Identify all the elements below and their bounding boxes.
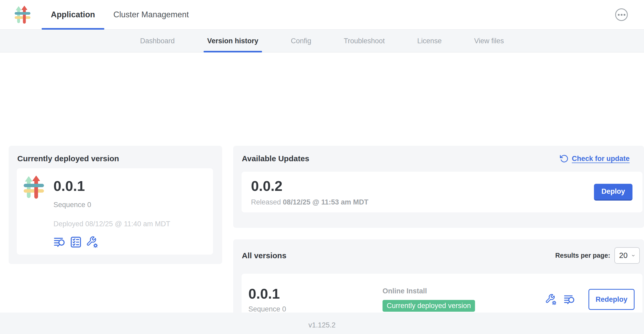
- deployed-sequence: Sequence 0: [53, 201, 170, 209]
- currently-deployed-panel: Currently deployed version 0.0.1 Sequenc…: [9, 146, 222, 264]
- update-version-number: 0.0.2: [251, 178, 368, 194]
- app-logo[interactable]: [14, 0, 31, 29]
- top-navbar: Application Cluster Management: [0, 0, 644, 30]
- deployed-version-actions: [53, 236, 170, 248]
- available-updates-panel: Available Updates Check for update 0.0.2…: [233, 146, 644, 228]
- redeploy-button[interactable]: Redeploy: [588, 289, 635, 310]
- results-per-page-value: 20: [619, 251, 627, 260]
- row-version-number: 0.0.1: [248, 285, 383, 302]
- deployed-version-number: 0.0.1: [53, 178, 170, 194]
- nav-tab-application[interactable]: Application: [42, 0, 104, 29]
- menu-dot: [624, 14, 625, 16]
- currently-deployed-title: Currently deployed version: [17, 154, 222, 163]
- check-for-update-link[interactable]: Check for update: [559, 154, 630, 163]
- console-footer: v1.125.2: [0, 313, 644, 334]
- app-sub-nav: Dashboard Version history Config Trouble…: [0, 30, 644, 52]
- nav-tab-cluster-management[interactable]: Cluster Management: [104, 0, 198, 29]
- subnav-tab-dashboard[interactable]: Dashboard: [137, 30, 178, 52]
- subnav-tab-version-history-label: Version history: [207, 37, 258, 45]
- release-notes-icon[interactable]: [564, 294, 575, 305]
- subnav-tab-troubleshoot-label: Troubleshoot: [344, 37, 385, 45]
- app-logo-icon: [23, 176, 44, 199]
- subnav-tab-view-files[interactable]: View files: [471, 30, 508, 52]
- preflight-checks-icon[interactable]: [70, 236, 82, 248]
- available-updates-header: Available Updates Check for update: [233, 146, 644, 163]
- subnav-tab-license[interactable]: License: [414, 30, 445, 52]
- subnav-tab-troubleshoot[interactable]: Troubleshoot: [340, 30, 389, 52]
- version-row-status: Online Install Currently deployed versio…: [383, 287, 545, 312]
- console-version: v1.125.2: [308, 321, 336, 329]
- deployed-version-details: 0.0.1 Sequence 0 Deployed 08/12/25 @ 11:…: [53, 176, 170, 255]
- subnav-tab-version-history[interactable]: Version history: [204, 30, 262, 52]
- config-icon[interactable]: [86, 236, 98, 248]
- deployed-timestamp: Deployed 08/12/25 @ 11:40 am MDT: [53, 220, 170, 228]
- results-per-page-control: Results per page: 20: [555, 247, 640, 264]
- deploy-button[interactable]: Deploy: [594, 184, 632, 201]
- subnav-tab-dashboard-label: Dashboard: [140, 37, 175, 45]
- currently-deployed-badge: Currently deployed version: [383, 300, 475, 312]
- released-prefix: Released: [251, 198, 281, 206]
- ellipsis-menu-icon[interactable]: [615, 8, 628, 21]
- config-icon[interactable]: [545, 294, 557, 305]
- version-row-details: 0.0.1 Sequence 0: [248, 285, 383, 313]
- version-history-page: Currently deployed version 0.0.1 Sequenc…: [0, 52, 644, 313]
- update-details: 0.0.2 Released 08/12/25 @ 11:53 am MDT: [251, 178, 368, 206]
- results-per-page-label: Results per page:: [555, 252, 610, 259]
- check-for-update-label: Check for update: [572, 155, 630, 163]
- release-notes-icon[interactable]: [53, 236, 66, 248]
- app-logo-icon: [14, 6, 31, 24]
- subnav-tab-config-label: Config: [291, 37, 311, 45]
- chevron-down-icon: [630, 254, 636, 257]
- subnav-tab-config[interactable]: Config: [287, 30, 315, 52]
- install-type-label: Online Install: [383, 287, 545, 295]
- version-row-actions: Redeploy: [545, 289, 635, 310]
- all-versions-header: All versions Results per page: 20: [233, 239, 644, 264]
- refresh-icon: [559, 154, 568, 163]
- nav-tab-application-label: Application: [51, 10, 95, 19]
- menu-dot: [621, 14, 623, 16]
- all-versions-title: All versions: [242, 251, 286, 260]
- available-updates-title: Available Updates: [242, 154, 309, 163]
- update-released-line: Released 08/12/25 @ 11:53 am MDT: [251, 198, 368, 206]
- row-sequence: Sequence 0: [248, 305, 383, 313]
- deployed-version-card: 0.0.1 Sequence 0 Deployed 08/12/25 @ 11:…: [17, 168, 213, 255]
- available-update-row: 0.0.2 Released 08/12/25 @ 11:53 am MDT D…: [242, 172, 642, 212]
- subnav-tab-license-label: License: [417, 37, 442, 45]
- released-timestamp: 08/12/25 @ 11:53 am MDT: [283, 198, 369, 206]
- subnav-tab-view-files-label: View files: [474, 37, 504, 45]
- nav-tab-cluster-management-label: Cluster Management: [113, 10, 189, 19]
- top-nav-tabs: Application Cluster Management: [42, 0, 198, 29]
- results-per-page-select[interactable]: 20: [614, 247, 640, 264]
- menu-dot: [618, 14, 620, 16]
